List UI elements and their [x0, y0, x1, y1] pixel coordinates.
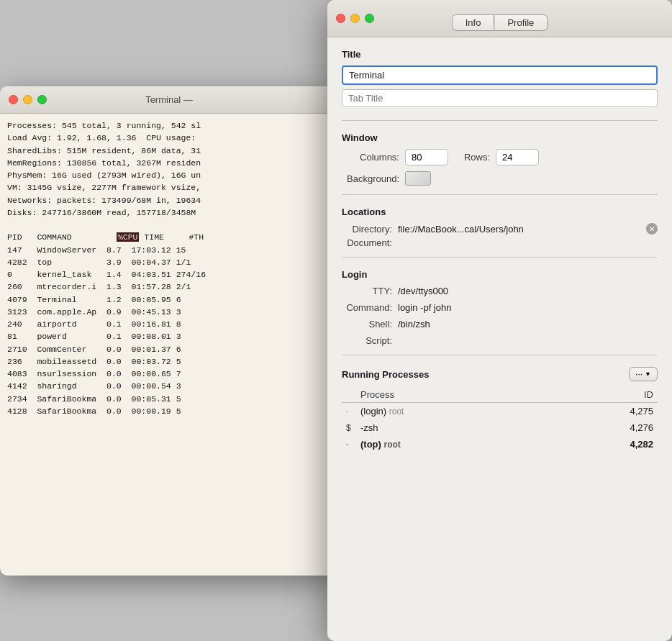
background-label: Background: [342, 173, 399, 184]
tty-row: TTY: /dev/ttys000 [342, 286, 658, 296]
divider-3 [342, 257, 658, 258]
inspector-traffic-lights [336, 14, 374, 23]
terminal-content: Processes: 545 total, 3 running, 542 sl … [0, 114, 338, 423]
process-name: (login) root [356, 403, 542, 420]
terminal-window: Terminal — Processes: 545 total, 3 runni… [0, 86, 338, 576]
traffic-lights [9, 95, 47, 104]
terminal-titlebar: Terminal — [0, 86, 338, 114]
inspector-titlebar: Inspector Info Profile [327, 0, 672, 37]
processes-section-label: Running Processes [342, 369, 429, 380]
background-color-swatch[interactable] [405, 171, 431, 186]
tty-label: TTY: [342, 286, 392, 296]
locations-section-label: Locations [342, 206, 658, 217]
processes-btn-label: ··· [635, 369, 643, 379]
script-label: Script: [342, 335, 392, 346]
columns-label: Columns: [342, 152, 399, 163]
script-row: Script: [342, 335, 658, 346]
maximize-button[interactable] [37, 95, 47, 104]
document-label: Document: [342, 237, 392, 248]
col-bullet [342, 387, 356, 403]
directory-clear-button[interactable]: ✕ [646, 223, 658, 235]
document-row: Document: [342, 237, 658, 248]
tab-info[interactable]: Info [452, 14, 494, 31]
tab-title-input[interactable] [342, 89, 658, 107]
inspector-close-button[interactable] [336, 14, 345, 23]
process-id: 4,282 [542, 436, 658, 453]
title-input[interactable] [342, 65, 658, 85]
process-table: Process ID · (login) root 4,275 $ -zsh 4… [342, 387, 658, 453]
shell-label: Shell: [342, 319, 392, 329]
tab-profile[interactable]: Profile [494, 14, 548, 31]
close-button[interactable] [9, 95, 18, 104]
tty-value: /dev/ttys000 [398, 286, 448, 296]
inspector-minimize-button[interactable] [350, 14, 360, 23]
process-bullet: · [342, 403, 356, 420]
rows-input[interactable] [496, 149, 539, 165]
process-name: -zsh [356, 419, 542, 436]
command-value: login -pf john [398, 302, 451, 313]
shell-row: Shell: /bin/zsh [342, 319, 658, 329]
terminal-line-1: Processes: 545 total, 3 running, 542 sl … [7, 121, 206, 416]
inspector-body: Title Window Columns: Rows: Background: … [327, 37, 672, 641]
table-row: · (login) root 4,275 [342, 403, 658, 420]
rows-label: Rows: [454, 152, 490, 163]
divider-2 [342, 194, 658, 195]
chevron-down-icon: ▼ [645, 370, 651, 378]
title-section-label: Title [342, 49, 658, 60]
command-row: Command: login -pf john [342, 302, 658, 313]
divider-4 [342, 355, 658, 355]
processes-action-button[interactable]: ··· ▼ [629, 367, 658, 381]
table-row: · (top) root 4,282 [342, 436, 658, 453]
terminal-title: Terminal — [145, 94, 193, 105]
directory-label: Directory: [342, 224, 392, 235]
col-process: Process [356, 387, 542, 403]
divider-1 [342, 120, 658, 121]
process-id: 4,276 [542, 419, 658, 436]
background-row: Background: [342, 171, 658, 186]
directory-row: Directory: file://MacBook...cal/Users/jo… [342, 223, 658, 235]
columns-row: Columns: Rows: [342, 149, 658, 165]
minimize-button[interactable] [23, 95, 32, 104]
processes-header: Running Processes ··· ▼ [342, 367, 658, 381]
directory-value: file://MacBook...cal/Users/john [398, 224, 640, 235]
process-bullet: $ [342, 419, 356, 436]
col-id: ID [542, 387, 658, 403]
login-section-label: Login [342, 269, 658, 280]
inspector-maximize-button[interactable] [365, 14, 374, 23]
table-row: $ -zsh 4,276 [342, 419, 658, 436]
window-section-label: Window [342, 132, 658, 143]
inspector-window: Inspector Info Profile Title Window Colu… [327, 0, 672, 641]
shell-value: /bin/zsh [398, 319, 430, 329]
command-label: Command: [342, 302, 392, 313]
process-table-header: Process ID [342, 387, 658, 403]
process-name: (top) root [356, 436, 542, 453]
columns-input[interactable] [405, 149, 448, 165]
segmented-control: Info Profile [452, 14, 548, 31]
process-id: 4,275 [542, 403, 658, 420]
process-bullet: · [342, 436, 356, 453]
